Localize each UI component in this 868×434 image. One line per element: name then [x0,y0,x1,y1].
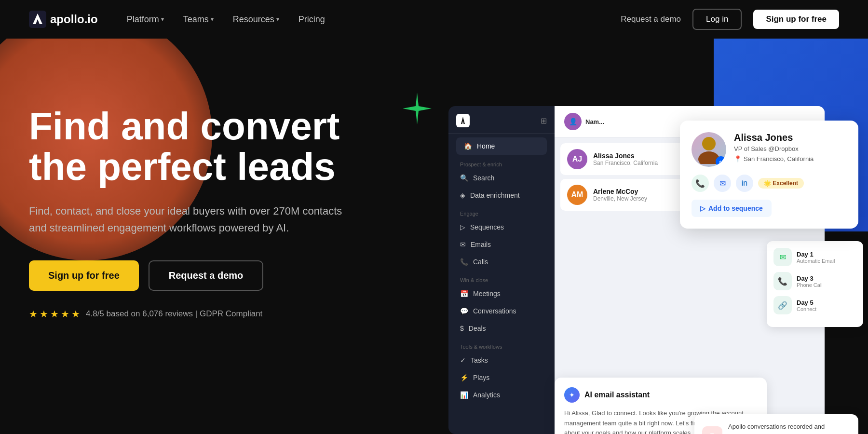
hero-rating: ★ ★ ★ ★ ★ 4.8/5 based on 6,076 reviews |… [29,308,357,320]
nav-item-resources[interactable]: Resources ▾ [233,14,279,25]
rating-text: 4.8/5 based on 6,076 reviews | GDPR Comp… [86,309,262,319]
contact-info: Alissa Jones San Francisco, California [593,152,658,166]
seq-day5-info: Day 5 Connect [797,299,816,312]
sidebar-item-data-enrichment[interactable]: ◈ Data enrichment [452,187,551,204]
sequence-day1: ✉ Day 1 Automatic Email [773,248,856,266]
sequence-panel: ✉ Day 1 Automatic Email 📞 Day 3 Phone Ca… [767,241,863,327]
chat-icon: 💬 [460,307,468,315]
hero-section: Find and convert the perfect leads Find,… [0,39,868,434]
nav-item-platform[interactable]: Platform ▾ [127,14,164,25]
hero-content: Find and convert the perfect leads Find,… [29,77,357,320]
sequences-icon: ▷ [460,223,465,231]
star-rating: ★ ★ ★ ★ ★ [29,308,80,320]
sidebar-item-calls[interactable]: 📞 Calls [452,253,551,271]
quality-badge: 🌟 Excellent [758,178,804,189]
data-icon: ◈ [460,191,465,199]
hero-cta-buttons: Sign up for free Request a demo [29,260,357,291]
sequence-day3: 📞 Day 3 Phone Call [773,272,856,290]
star-5: ★ [71,308,80,320]
seq-day3-info: Day 3 Phone Call [797,275,823,288]
sidebar-item-plays[interactable]: ⚡ Plays [452,369,551,386]
profile-title: VP of Sales @Dropbox [734,145,847,152]
chevron-down-icon: ▾ [276,16,279,23]
dropbox-badge: d [716,156,726,167]
sidebar-menu-icon: ⊞ [541,116,547,125]
request-demo-link[interactable]: Request a demo [621,14,681,24]
profile-actions: 📞 ✉ in 🌟 Excellent [692,175,847,192]
linkedin-action-button[interactable]: in [736,175,753,192]
analytics-icon: 📊 [460,391,468,399]
nav-right: Request a demo Log in Sign up for free [621,9,839,30]
ai-assistant-icon: ✦ [564,387,580,403]
svg-point-1 [702,137,716,150]
header-contact-info: Nam... [585,118,604,125]
profile-location: 📍 San Francisco, California [734,155,847,163]
profile-avatar: d [692,132,726,167]
connect-sequence-icon: 🔗 [773,296,792,314]
contact-location: Denville, New Jersey [593,195,647,202]
navbar: apollo.io Platform ▾ Teams ▾ Resources ▾… [0,0,868,39]
search-icon: 🔍 [460,174,468,182]
hero-subtitle: Find, contact, and close your ideal buye… [29,203,357,236]
logo-text: apollo.io [50,13,98,26]
star-4: ★ [61,308,69,320]
sidebar-nav: 🏠 Home Prospect & enrich 🔍 Search ◈ Data… [448,134,555,407]
sidebar-logo [456,114,470,127]
sidebar-item-search[interactable]: 🔍 Search [452,169,551,187]
contact-name: Arlene McCoy [593,188,647,195]
hero-title: Find and convert the perfect leads [29,106,357,187]
recording-icon: ⏺ [702,426,722,434]
meeting-row: ⏺ Apollo conversations recorded and anal… [702,422,851,434]
nav-item-teams[interactable]: Teams ▾ [183,14,214,25]
apollo-logo-icon [29,11,46,28]
sparkle-icon [400,92,434,125]
header-name-text: Nam... [585,118,604,125]
sidebar-item-analytics[interactable]: 📊 Analytics [452,386,551,404]
win-label: Win & close [452,271,551,285]
contact-location: San Francisco, California [593,160,658,166]
sidebar-item-conversations[interactable]: 💬 Conversations [452,302,551,320]
email-sequence-icon: ✉ [773,248,792,266]
sidebar-item-home[interactable]: 🏠 Home [456,137,547,155]
logo[interactable]: apollo.io [29,11,98,28]
sidebar-item-tasks[interactable]: ✓ Tasks [452,352,551,369]
demo-secondary-button[interactable]: Request a demo [149,260,263,291]
profile-name: Alissa Jones [734,132,847,143]
sequence-day5: 🔗 Day 5 Connect [773,296,856,314]
tasks-icon: ✓ [460,356,466,364]
profile-top: d Alissa Jones VP of Sales @Dropbox 📍 Sa… [692,132,847,167]
email-action-button[interactable]: ✉ [714,175,731,192]
sidebar-item-sequences[interactable]: ▷ Sequences [452,218,551,236]
meeting-description: Apollo conversations recorded and analyz… [728,422,851,434]
plays-icon: ⚡ [460,374,468,381]
login-button[interactable]: Log in [692,9,742,30]
engage-label: Engage [452,204,551,218]
email-icon: ✉ [460,241,466,248]
sequence-icon: ▷ [700,204,705,212]
sidebar-item-meetings[interactable]: 📅 Meetings [452,285,551,302]
star-3: ★ [50,308,59,320]
chevron-down-icon: ▾ [211,16,214,23]
hero-ui-mockup: ⊞ 🏠 Home Prospect & enrich 🔍 Search ◈ Da… [434,58,868,434]
calendar-icon: 📅 [460,290,468,298]
ai-email-header: ✦ AI email assistant [564,387,757,403]
location-icon: 📍 [734,155,742,163]
add-to-sequence-button[interactable]: ▷ Add to sequence [692,200,772,217]
phone-sequence-icon: 📞 [773,272,792,290]
profile-card: d Alissa Jones VP of Sales @Dropbox 📍 Sa… [680,121,858,229]
apollo-sidebar: ⊞ 🏠 Home Prospect & enrich 🔍 Search ◈ Da… [448,106,555,434]
meeting-card: ⏺ Apollo conversations recorded and anal… [694,414,858,434]
avatar: AM [567,185,587,205]
meeting-info: Apollo conversations recorded and analyz… [728,422,851,434]
phone-action-button[interactable]: 📞 [692,175,709,192]
svg-text:d: d [719,160,721,164]
signup-nav-button[interactable]: Sign up for free [753,10,839,29]
phone-icon: 📞 [460,258,468,266]
header-avatar: 👤 [564,113,582,130]
sidebar-item-deals[interactable]: $ Deals [452,320,551,337]
signup-primary-button[interactable]: Sign up for free [29,260,139,291]
nav-item-pricing[interactable]: Pricing [298,14,325,25]
dollar-icon: $ [460,325,464,332]
sidebar-item-emails[interactable]: ✉ Emails [452,236,551,253]
green-star-decoration [400,92,434,127]
